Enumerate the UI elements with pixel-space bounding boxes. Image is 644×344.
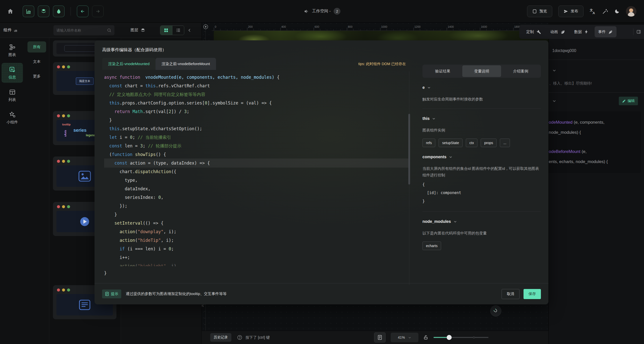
publish-button[interactable]: 发布 bbox=[558, 6, 584, 17]
wordcloud-word: legend bbox=[86, 134, 96, 137]
unlock-icon[interactable] bbox=[423, 335, 428, 340]
language-button[interactable]: 文A bbox=[590, 8, 596, 15]
redo-button[interactable] bbox=[92, 6, 104, 17]
edit-events-button[interactable]: 编辑 bbox=[619, 97, 638, 105]
video-icon bbox=[78, 216, 91, 227]
sidebar-item-info[interactable]: A信息 bbox=[2, 63, 23, 83]
component-search bbox=[53, 25, 114, 35]
code-line: this.setupState.vEchartsSetOption(); bbox=[104, 124, 408, 133]
rocket-icon bbox=[608, 29, 613, 34]
arrow-right-icon bbox=[95, 9, 100, 14]
doc-section-header[interactable]: e bbox=[422, 85, 541, 90]
code-line: if (i === len) i = 0; bbox=[104, 245, 408, 253]
preview-button[interactable]: 预览 bbox=[527, 6, 552, 17]
snap-magnet-button[interactable] bbox=[490, 305, 501, 316]
magic-wand-button[interactable] bbox=[602, 8, 608, 14]
doc-section-e: e触发对应生命周期事件时接收的参数 bbox=[422, 85, 541, 102]
category-all[interactable]: 所有 bbox=[27, 41, 46, 52]
grid-view-button[interactable] bbox=[160, 26, 172, 35]
code-line: const chart = this.refs.vChartRef.chart bbox=[104, 82, 408, 90]
category-text[interactable]: 文本 bbox=[27, 56, 46, 67]
save-button[interactable]: 保存 bbox=[524, 289, 541, 299]
layers-button[interactable] bbox=[38, 6, 49, 17]
chevron-down-icon[interactable] bbox=[552, 68, 556, 72]
sidebar-item-label: 小组件 bbox=[7, 120, 18, 125]
divider bbox=[549, 60, 644, 60]
doc-section-name: node_modules bbox=[422, 219, 451, 224]
var-tag: props bbox=[481, 139, 497, 147]
ruler-origin-icon[interactable] bbox=[203, 24, 209, 30]
bar-chart-icon bbox=[26, 9, 31, 14]
iframe-icon bbox=[78, 299, 91, 311]
events-teaser-text: 、移入、移出】尽情期待! bbox=[549, 81, 644, 86]
zoom-slider[interactable] bbox=[434, 335, 488, 340]
avatar[interactable] bbox=[626, 6, 636, 17]
tab-data[interactable]: 数据 bbox=[571, 26, 593, 37]
sidebar-item-widgets[interactable]: 小组件 bbox=[2, 108, 23, 128]
image-icon bbox=[78, 170, 91, 182]
docs-tab-validate[interactable]: 验证结果 bbox=[423, 65, 462, 77]
code-line: } bbox=[104, 210, 408, 219]
chevron-down-icon[interactable] bbox=[552, 99, 556, 103]
chevron-down-icon bbox=[449, 155, 452, 159]
code-preview-line: odeMounted (e, components, bbox=[549, 117, 638, 127]
category-more[interactable]: 更多 bbox=[27, 71, 46, 82]
traffic-dot bbox=[67, 288, 70, 292]
doc-section-header[interactable]: components bbox=[422, 155, 541, 159]
search-input[interactable] bbox=[53, 28, 107, 32]
editor-scrollbar-thumb[interactable] bbox=[408, 114, 410, 184]
sidebar-item-label: 图表 bbox=[9, 52, 16, 57]
chevron-left-icon bbox=[187, 28, 192, 33]
zoom-value: 41% bbox=[398, 335, 405, 339]
layers-view-toggle bbox=[160, 25, 184, 35]
modal-title: 高级事件编辑器（配合源码使用） bbox=[95, 40, 548, 53]
doc-section-header[interactable]: node_modules bbox=[422, 219, 541, 224]
history-button[interactable]: 历史记录 bbox=[210, 333, 231, 342]
code-line: }); bbox=[104, 202, 408, 210]
panel-toggle-icon[interactable] bbox=[636, 30, 641, 34]
code-editor[interactable]: async function vnodeMounted(e, component… bbox=[102, 70, 408, 277]
widget-star-icon bbox=[9, 111, 16, 118]
tab-animation[interactable]: 动画 bbox=[547, 26, 569, 37]
component-id-text: 1doctqwg000 bbox=[552, 48, 644, 53]
docs-tab-examples[interactable]: 介绍案例 bbox=[501, 65, 540, 77]
var-tag: refs bbox=[422, 139, 435, 147]
sidebar-item-list[interactable]: 列表 bbox=[2, 85, 23, 105]
var-tag: setupState bbox=[439, 139, 463, 147]
code-line: } bbox=[104, 269, 408, 277]
sidebar-item-charts[interactable]: 图表 bbox=[2, 40, 23, 60]
zoom-select[interactable]: 41% bbox=[391, 333, 418, 342]
help-icon[interactable] bbox=[237, 335, 242, 340]
tab-vnode-mounted[interactable]: 渲染之后-vnodeMounted bbox=[102, 58, 156, 70]
tab-customize[interactable]: 定制 bbox=[523, 26, 545, 37]
chevron-down-icon bbox=[432, 117, 436, 120]
code-line: async function vnodeMounted(e, component… bbox=[104, 73, 408, 82]
tab-vnode-before-mount[interactable]: 渲染之前-vnodeBeforeMount bbox=[156, 58, 216, 70]
component-nav-sidebar: 图表A信息列表小组件 bbox=[0, 38, 24, 344]
key-hint-text: 按下了 [ctrl] 键 bbox=[246, 335, 270, 340]
collapse-panel-button[interactable] bbox=[187, 28, 192, 33]
grid-view-icon bbox=[164, 28, 168, 32]
docs-tab-variables[interactable]: 变量说明 bbox=[462, 65, 501, 77]
traffic-dot bbox=[57, 205, 60, 208]
undo-button[interactable] bbox=[77, 6, 88, 17]
leaf-icon bbox=[560, 29, 565, 34]
tip-badge: 提示 bbox=[102, 289, 121, 298]
slider-handle[interactable] bbox=[447, 335, 452, 340]
doc-section-header[interactable]: this bbox=[422, 116, 541, 121]
home-button[interactable] bbox=[7, 8, 14, 15]
code-line: // 定义地图原点大小 同理可自定义标签等等内容 bbox=[104, 90, 408, 99]
chart-components-button[interactable] bbox=[23, 6, 34, 17]
traffic-dot bbox=[62, 205, 65, 208]
doc-tags: echarts bbox=[422, 242, 541, 250]
list-view-button[interactable] bbox=[172, 26, 184, 35]
slider-notch bbox=[473, 336, 475, 338]
doc-code: { [id]: component} bbox=[422, 180, 541, 205]
cancel-button[interactable]: 取消 bbox=[502, 289, 519, 299]
tab-events[interactable]: 事件 bbox=[595, 26, 617, 37]
doc-section-components: components当前大屏内所有组件的集合id 图表组件中的配置id，可以获取… bbox=[422, 155, 541, 205]
guideline-button[interactable] bbox=[374, 332, 386, 342]
dark-mode-button[interactable] bbox=[614, 9, 620, 14]
traffic-dot bbox=[62, 288, 65, 292]
theme-color-button[interactable] bbox=[53, 6, 65, 17]
